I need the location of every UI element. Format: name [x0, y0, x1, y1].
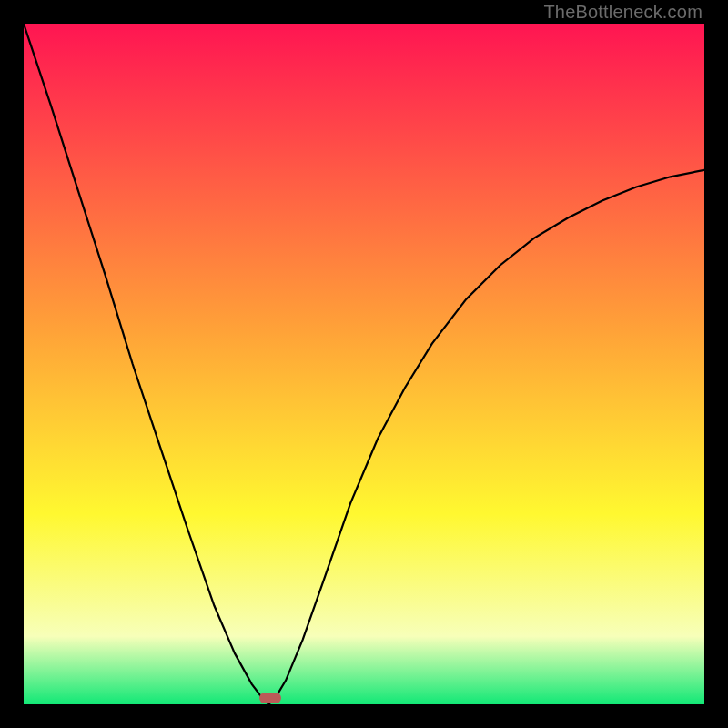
curve-path — [24, 24, 704, 704]
optimal-point-marker — [259, 693, 281, 703]
plot-frame — [24, 24, 704, 704]
watermark-text: TheBottleneck.com — [543, 2, 703, 23]
bottleneck-curve — [24, 24, 704, 704]
